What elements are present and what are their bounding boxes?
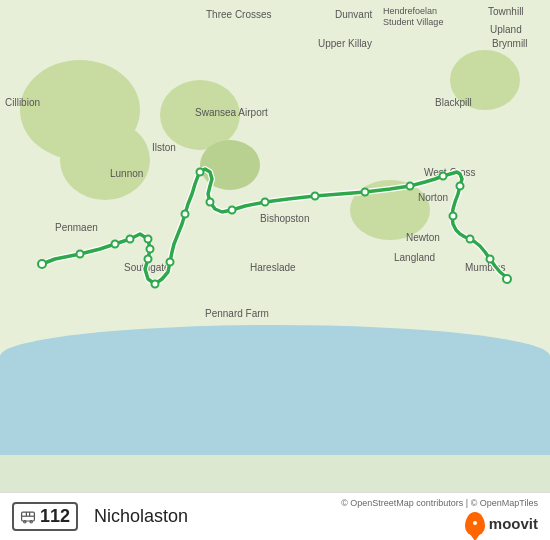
park-area-2 [60,120,150,200]
label-ilston: Ilston [152,142,176,153]
label-upper-killay: Upper Killay [318,38,372,49]
map-container: Three Crosses Dunvant Hendrefoelan Stude… [0,0,550,540]
label-bishopston: Bishopston [260,213,309,224]
label-norton: Norton [418,192,448,203]
route-badge: 112 Nicholaston [12,502,188,531]
park-area-6 [350,180,430,240]
label-southgate: Southgate [124,262,170,273]
svg-point-26 [24,520,26,522]
label-blackpill: Blackpill [435,97,472,108]
label-hareslade: Hareslade [250,262,296,273]
label-lunnon: Lunnon [110,168,143,179]
right-section: © OpenStreetMap contributors | © OpenMap… [341,497,538,536]
label-cillibion: Cillibion [5,97,40,108]
label-hendrefoelan: Hendrefoelan [383,6,437,16]
route-number: 112 [40,506,70,527]
svg-point-27 [30,520,32,522]
label-townhill: Townhill [488,6,524,17]
bus-icon-box: 112 [12,502,78,531]
label-pennard-farm: Pennard Farm [205,308,269,319]
label-student-village: Student Village [383,17,443,27]
moovit-logo: moovit [465,512,538,536]
label-swansea-airport: Swansea Airport [195,107,268,118]
label-three-crosses: Three Crosses [206,9,272,20]
label-mumbles: Mumbles [465,262,506,273]
label-newton: Newton [406,232,440,243]
label-upland: Upland [490,24,522,35]
park-area-4 [200,140,260,190]
moovit-pin-icon [465,512,485,536]
map-background: Three Crosses Dunvant Hendrefoelan Stude… [0,0,550,540]
moovit-text: moovit [489,515,538,532]
label-penmaen: Penmaen [55,222,98,233]
bus-icon [20,509,36,525]
attribution-text: © OpenStreetMap contributors | © OpenMap… [341,497,538,510]
coastal-land [0,455,550,485]
label-west-cross: West Cross [424,167,476,178]
label-brynmill: Brynmill [492,38,528,49]
label-langland: Langland [394,252,435,263]
route-destination: Nicholaston [94,506,188,527]
bottom-bar: 112 Nicholaston © OpenStreetMap contribu… [0,492,550,540]
svg-point-30 [473,521,477,525]
label-dunvant: Dunvant [335,9,372,20]
